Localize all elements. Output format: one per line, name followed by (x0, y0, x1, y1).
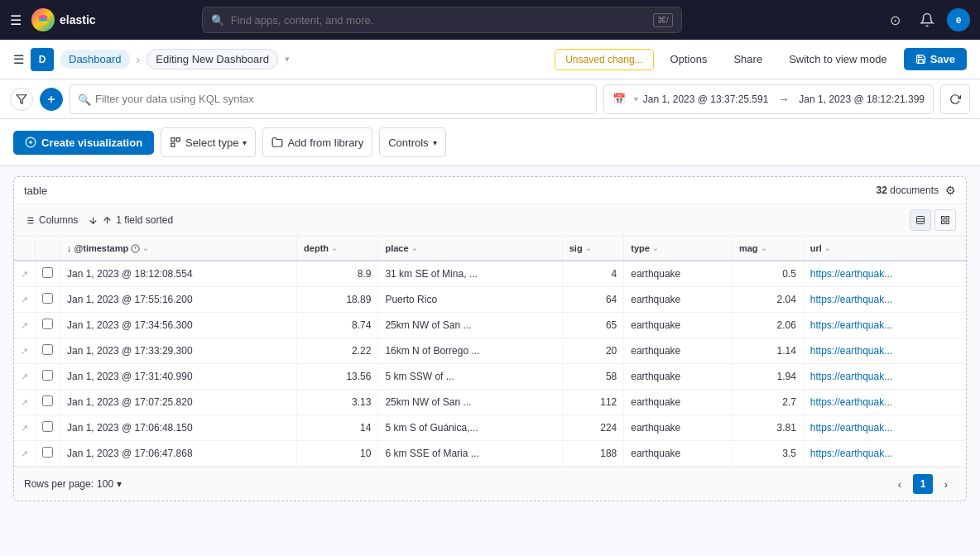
switch-to-view-mode-button[interactable]: Switch to view mode (779, 49, 897, 70)
timestamp-info-icon (131, 244, 140, 253)
row-checkbox-cell[interactable] (36, 441, 60, 467)
row-checkbox-cell[interactable] (36, 390, 60, 415)
row-expand-icon[interactable]: ↗ (14, 287, 36, 313)
grid-view-button[interactable] (934, 209, 956, 231)
kql-filter-input[interactable] (70, 84, 597, 114)
cell-mag: 1.94 (732, 364, 803, 390)
row-checkbox[interactable] (42, 293, 53, 304)
cell-depth: 2.22 (297, 338, 378, 364)
add-filter-button[interactable] (40, 88, 63, 111)
cell-place: 31 km SE of Mina, ... (378, 261, 562, 287)
global-search-bar[interactable]: 🔍 ⌘/ (202, 7, 682, 33)
user-avatar[interactable]: e (947, 8, 970, 31)
table-row: ↗ Jan 1, 2023 @ 17:55:16.200 18.89 Puert… (14, 287, 966, 313)
cell-type: earthquake (624, 338, 733, 364)
col-header-timestamp[interactable]: ↓ @timestamp ⌄ (60, 237, 297, 261)
row-checkbox[interactable] (42, 267, 53, 278)
breadcrumb-dropdown-icon[interactable]: ▾ (285, 54, 290, 65)
row-checkbox-cell[interactable] (36, 338, 60, 364)
refresh-button[interactable] (940, 84, 970, 114)
docs-count-number: 32 (877, 185, 887, 196)
table-footer: Rows per page: 100 ▾ ‹ 1 › (14, 467, 966, 501)
select-type-button[interactable]: Select type ▾ (161, 127, 256, 157)
cell-mag: 2.7 (732, 390, 803, 415)
search-shortcut: ⌘/ (653, 13, 673, 27)
date-range-picker[interactable]: 📅 ▾ Jan 1, 2023 @ 13:37:25.591 → Jan 1, … (603, 84, 934, 114)
row-checkbox[interactable] (42, 421, 53, 432)
cell-url: https://earthquak... (803, 415, 966, 441)
prev-page-button[interactable]: ‹ (890, 474, 910, 494)
breadcrumb-dashboard[interactable]: Dashboard (60, 50, 130, 69)
col-header-sig[interactable]: sig ⌄ (562, 237, 623, 261)
cell-timestamp: Jan 1, 2023 @ 17:06:48.150 (60, 415, 297, 441)
col-header-url[interactable]: url ⌄ (803, 237, 966, 261)
table-panel: table 32 documents ⚙ Columns 1 field (13, 176, 967, 501)
col-header-place[interactable]: place ⌄ (378, 237, 562, 261)
panel-settings-button[interactable]: ⚙ (945, 184, 956, 197)
row-expand-icon[interactable]: ↗ (14, 338, 36, 364)
rows-per-page-chevron: ▾ (117, 478, 122, 490)
create-visualization-button[interactable]: Create visualization (13, 131, 154, 155)
timestamp-col-label: @timestamp (74, 243, 129, 253)
help-icon[interactable]: ⊙ (884, 8, 907, 31)
view-toggle (910, 209, 956, 231)
add-from-library-button[interactable]: Add from library (262, 127, 372, 157)
dashboard-icon-badge: D (31, 48, 54, 71)
filter-toggle-button[interactable] (10, 88, 33, 111)
row-checkbox[interactable] (42, 447, 53, 458)
col-header-mag[interactable]: mag ⌄ (732, 237, 803, 261)
select-type-dropdown-icon: ▾ (243, 138, 247, 147)
row-checkbox-cell[interactable] (36, 313, 60, 338)
docs-count-label: documents (890, 185, 939, 196)
share-button[interactable]: Share (723, 49, 772, 70)
notifications-icon[interactable] (915, 8, 939, 31)
row-expand-icon[interactable]: ↗ (14, 364, 36, 390)
sidebar-toggle-icon[interactable]: ☰ (13, 52, 24, 67)
cell-depth: 18.89 (297, 287, 378, 313)
date-range-arrow: → (778, 93, 789, 105)
next-page-button[interactable]: › (936, 474, 956, 494)
row-expand-icon[interactable]: ↗ (14, 390, 36, 415)
options-button[interactable]: Options (661, 49, 718, 70)
cell-sig: 64 (562, 287, 623, 313)
elastic-logo: elastic (31, 8, 96, 31)
cell-url: https://earthquak... (803, 338, 966, 364)
row-checkbox[interactable] (42, 319, 53, 329)
cell-mag: 3.81 (732, 415, 803, 441)
cell-mag: 3.5 (732, 441, 803, 467)
table-panel-header: table 32 documents ⚙ (14, 177, 966, 204)
row-checkbox[interactable] (42, 344, 53, 355)
cell-timestamp: Jan 1, 2023 @ 17:07:25.820 (60, 390, 297, 415)
svg-rect-26 (946, 221, 949, 224)
cell-url: https://earthquak... (803, 441, 966, 467)
table-row: ↗ Jan 1, 2023 @ 17:31:40.990 13.56 5 km … (14, 364, 966, 390)
filter-search-icon: 🔍 (78, 93, 91, 105)
svg-rect-23 (942, 217, 945, 220)
row-expand-icon[interactable]: ↗ (14, 313, 36, 338)
row-expand-icon[interactable]: ↗ (14, 415, 36, 441)
row-checkbox-cell[interactable] (36, 261, 60, 287)
row-expand-icon[interactable]: ↗ (14, 441, 36, 467)
col-header-depth[interactable]: depth ⌄ (297, 237, 378, 261)
unsaved-changes-button[interactable]: Unsaved chang... (555, 49, 653, 70)
cell-depth: 10 (297, 441, 378, 467)
global-search-input[interactable] (231, 14, 646, 26)
row-checkbox-cell[interactable] (36, 415, 60, 441)
table-scroll-container: ↓ @timestamp ⌄ depth ⌄ place ⌄ (14, 237, 966, 467)
table-row: ↗ Jan 1, 2023 @ 18:12:08.554 8.9 31 km S… (14, 261, 966, 287)
controls-button[interactable]: Controls ▾ (379, 127, 445, 157)
hamburger-icon[interactable]: ☰ (10, 12, 22, 28)
table-row: ↗ Jan 1, 2023 @ 17:34:56.300 8.74 25km N… (14, 313, 966, 338)
col-header-type[interactable]: type ⌄ (624, 237, 733, 261)
rows-per-page-selector[interactable]: Rows per page: 100 ▾ (24, 478, 122, 490)
cell-place: Puerto Rico (378, 287, 562, 313)
cell-place: 25km NW of San ... (378, 313, 562, 338)
row-checkbox[interactable] (42, 370, 53, 381)
cell-sig: 224 (562, 415, 623, 441)
row-checkbox-cell[interactable] (36, 287, 60, 313)
save-button[interactable]: Save (904, 48, 967, 70)
row-checkbox[interactable] (42, 395, 53, 406)
row-expand-icon[interactable]: ↗ (14, 261, 36, 287)
row-checkbox-cell[interactable] (36, 364, 60, 390)
table-view-button[interactable] (910, 209, 931, 231)
